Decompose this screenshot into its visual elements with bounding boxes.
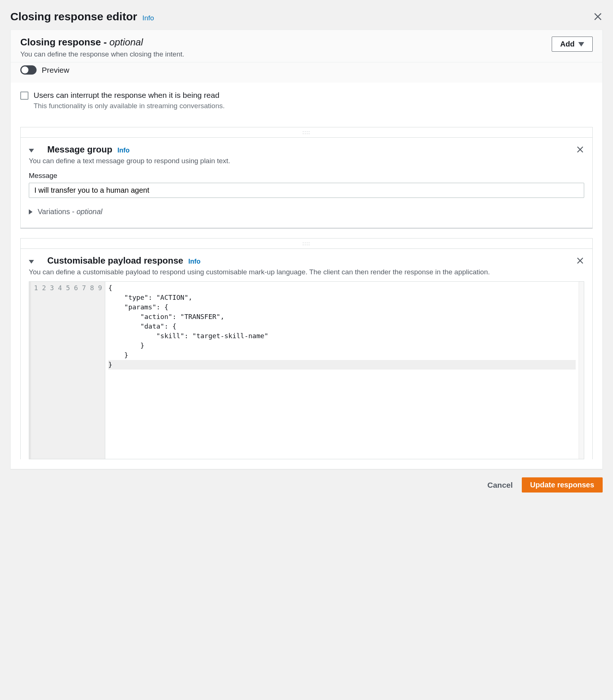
payload-remove-icon[interactable]	[576, 257, 584, 265]
closing-response-editor: Closing response editor Info Closing res…	[0, 0, 613, 501]
message-group-title: Message group	[47, 144, 112, 155]
panel-heading-optional: optional	[109, 37, 143, 48]
message-group-header: Message group Info	[21, 138, 592, 157]
footer-actions: Cancel Update responses	[10, 469, 603, 493]
variations-label: Variations - optional	[38, 207, 102, 216]
chevron-down-icon	[578, 42, 584, 47]
message-group-drag-handle[interactable]: ::::	[20, 127, 593, 137]
preview-toggle[interactable]	[20, 65, 37, 75]
cancel-button[interactable]: Cancel	[485, 480, 515, 490]
message-group-remove-icon[interactable]	[576, 145, 584, 154]
payload-desc: You can define a customisable payload to…	[21, 268, 592, 276]
message-field-label: Message	[29, 172, 584, 180]
variations-toggle[interactable]: Variations - optional	[21, 206, 592, 228]
code-content[interactable]: { "type": "ACTION", "params": { "action"…	[105, 282, 579, 459]
message-input[interactable]	[29, 183, 584, 198]
interrupt-label: Users can interrupt the response when it…	[34, 91, 219, 100]
modal-info-link[interactable]: Info	[142, 14, 154, 22]
panel-heading-text: Closing response -	[20, 37, 109, 48]
preview-toggle-row: Preview	[11, 62, 602, 83]
payload-card: Customisable payload response Info You c…	[20, 248, 593, 459]
payload-drag-handle[interactable]: ::::	[20, 238, 593, 248]
panel-top: Closing response - optional You can defi…	[11, 30, 602, 62]
variations-optional: optional	[76, 207, 102, 216]
add-button[interactable]: Add	[552, 37, 593, 52]
message-group-desc: You can define a text message group to r…	[21, 157, 592, 165]
interrupt-desc: This functionality is only available in …	[34, 102, 593, 110]
message-group-info-link[interactable]: Info	[117, 147, 130, 154]
payload-info-link[interactable]: Info	[188, 258, 201, 265]
drag-dots-icon: ::::	[302, 130, 310, 135]
closing-response-panel: Closing response - optional You can defi…	[10, 30, 603, 469]
message-group-card: Message group Info You can define a text…	[20, 137, 593, 229]
variations-text: Variations -	[38, 207, 76, 216]
update-responses-button[interactable]: Update responses	[522, 477, 603, 493]
payload-collapse-icon[interactable]	[29, 260, 34, 264]
modal-header: Closing response editor Info	[10, 10, 603, 23]
interrupt-checkbox-row: Users can interrupt the response when it…	[20, 91, 593, 100]
interrupt-section: Users can interrupt the response when it…	[11, 83, 602, 118]
payload-header: Customisable payload response Info	[21, 249, 592, 268]
code-line-numbers: 1 2 3 4 5 6 7 8 9	[31, 282, 105, 459]
panel-heading: Closing response - optional	[20, 37, 548, 48]
close-icon[interactable]	[593, 12, 603, 21]
interrupt-checkbox[interactable]	[20, 92, 28, 100]
preview-label: Preview	[42, 66, 69, 75]
code-minimap	[579, 282, 584, 459]
payload-code-editor[interactable]: 1 2 3 4 5 6 7 8 9 { "type": "ACTION", "p…	[29, 281, 584, 459]
chevron-right-icon	[29, 209, 32, 215]
modal-header-left: Closing response editor Info	[10, 10, 154, 23]
message-group-collapse-icon[interactable]	[29, 149, 34, 152]
drag-dots-icon: ::::	[302, 241, 310, 246]
panel-description: You can define the response when closing…	[20, 50, 548, 58]
add-button-label: Add	[560, 40, 575, 48]
message-field-block: Message	[21, 165, 592, 206]
modal-title: Closing response editor	[10, 10, 137, 23]
payload-title: Customisable payload response	[47, 255, 183, 266]
